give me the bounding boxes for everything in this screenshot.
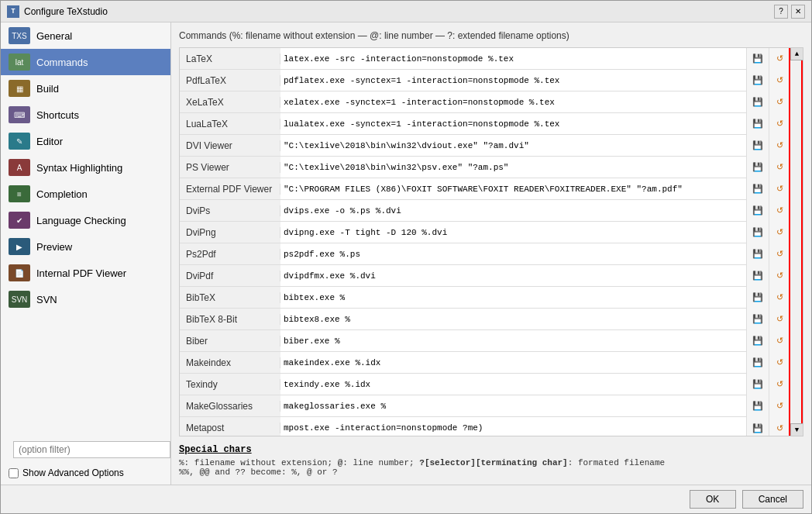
cmd-reset-btn-8[interactable]: ↺	[769, 222, 790, 243]
cmd-input-15[interactable]	[280, 374, 746, 395]
cmd-input-14[interactable]	[280, 352, 746, 373]
cmd-save-btn-6[interactable]: 💾	[747, 178, 769, 200]
cmd-save-btn-10[interactable]: 💾	[747, 265, 769, 287]
cmd-reset-btn-17[interactable]: ↺	[769, 417, 790, 436]
cmd-reset-btn-3[interactable]: ↺	[769, 113, 790, 135]
scroll-down-arrow[interactable]: ▼	[790, 423, 803, 436]
cmd-reset-btn-11[interactable]: ↺	[769, 287, 790, 309]
cmd-reset-btn-6[interactable]: ↺	[769, 178, 790, 200]
cmd-label: BibTeX 8-Bit	[180, 314, 280, 325]
cmd-input-9[interactable]	[280, 243, 746, 264]
show-advanced-option[interactable]: Show Advanced Options	[1, 464, 170, 481]
cmd-reset-btn-9[interactable]: ↺	[769, 243, 790, 265]
cmd-save-btn-13[interactable]: 💾	[747, 330, 769, 352]
cmd-input-6[interactable]	[280, 178, 746, 199]
configure-window: T Configure TeXstudio ? ✕ TXS General la…	[0, 0, 812, 514]
cmd-input-13[interactable]	[280, 330, 746, 351]
cmd-save-btn-5[interactable]: 💾	[747, 157, 769, 178]
cmd-save-btn-9[interactable]: 💾	[747, 243, 769, 265]
sidebar-label-language: Language Checking	[36, 215, 126, 226]
title-bar-right: ? ✕	[774, 5, 805, 19]
sidebar-item-build[interactable]: ▦ Build	[1, 75, 170, 102]
sidebar-label-general: General	[36, 30, 72, 42]
cmd-reset-btn-1[interactable]: ↺	[769, 70, 790, 91]
sidebar-label-svn: SVN	[36, 294, 57, 305]
sidebar: TXS General lat Commands ▦ Build ⌨ Short…	[1, 22, 171, 485]
command-row: Ps2Pdf 💾 ↺	[180, 243, 790, 265]
cmd-save-btn-4[interactable]: 💾	[747, 135, 769, 157]
cmd-save-btn-0[interactable]: 💾	[747, 48, 769, 70]
sidebar-item-preview[interactable]: ▶ Preview	[1, 233, 170, 260]
cmd-reset-btn-4[interactable]: ↺	[769, 135, 790, 157]
preview-icon: ▶	[9, 238, 30, 255]
close-button[interactable]: ✕	[791, 5, 805, 19]
cmd-save-btn-16[interactable]: 💾	[747, 395, 769, 417]
sidebar-item-internal[interactable]: 📄 Internal PDF Viewer	[1, 260, 170, 286]
cmd-save-btn-11[interactable]: 💾	[747, 287, 769, 309]
cmd-reset-btn-12[interactable]: ↺	[769, 309, 790, 330]
cmd-input-11[interactable]	[280, 287, 746, 308]
cmd-reset-btn-7[interactable]: ↺	[769, 200, 790, 222]
cmd-buttons: 💾 ↺	[746, 243, 790, 265]
sidebar-item-svn[interactable]: SVN SVN	[1, 286, 170, 312]
cmd-input-3[interactable]	[280, 113, 746, 134]
cmd-label: PdfLaTeX	[180, 75, 280, 86]
cmd-buttons: 💾 ↺	[746, 91, 790, 113]
cancel-button[interactable]: Cancel	[742, 490, 803, 509]
cmd-reset-btn-13[interactable]: ↺	[769, 330, 790, 352]
sidebar-item-editor[interactable]: ✎ Editor	[1, 128, 170, 154]
cmd-reset-btn-2[interactable]: ↺	[769, 91, 790, 113]
cmd-input-16[interactable]	[280, 395, 746, 416]
cmd-save-btn-2[interactable]: 💾	[747, 91, 769, 113]
cmd-reset-btn-0[interactable]: ↺	[769, 48, 790, 70]
sidebar-item-syntax[interactable]: A Syntax Highlighting	[1, 154, 170, 181]
cmd-save-btn-17[interactable]: 💾	[747, 417, 769, 436]
sidebar-item-completion[interactable]: ≡ Completion	[1, 181, 170, 207]
cmd-input-5[interactable]	[280, 157, 746, 178]
cmd-buttons: 💾 ↺	[746, 395, 790, 417]
ok-button[interactable]: OK	[690, 490, 736, 509]
editor-icon: ✎	[9, 133, 30, 150]
cmd-input-0[interactable]	[280, 48, 746, 69]
cmd-save-btn-3[interactable]: 💾	[747, 113, 769, 135]
sidebar-item-shortcuts[interactable]: ⌨ Shortcuts	[1, 102, 170, 128]
cmd-input-7[interactable]	[280, 200, 746, 221]
cmd-buttons: 💾 ↺	[746, 222, 790, 243]
special-chars-section: Special chars %: filename without extens…	[179, 444, 803, 477]
command-row: XeLaTeX 💾 ↺	[180, 91, 790, 113]
cmd-buttons: 💾 ↺	[746, 287, 790, 309]
advanced-checkbox[interactable]	[9, 468, 19, 478]
sidebar-label-build: Build	[36, 83, 59, 95]
cmd-input-2[interactable]	[280, 91, 746, 112]
cmd-input-12[interactable]	[280, 309, 746, 329]
sidebar-item-language[interactable]: ✔ Language Checking	[1, 207, 170, 233]
option-filter-input[interactable]	[13, 441, 170, 458]
sidebar-item-commands[interactable]: lat Commands	[1, 49, 170, 75]
cmd-save-btn-14[interactable]: 💾	[747, 352, 769, 374]
scroll-up-arrow[interactable]: ▲	[790, 48, 803, 60]
cmd-reset-btn-16[interactable]: ↺	[769, 395, 790, 417]
cmd-save-btn-7[interactable]: 💾	[747, 200, 769, 222]
cmd-input-10[interactable]	[280, 265, 746, 286]
cmd-reset-btn-15[interactable]: ↺	[769, 374, 790, 395]
cmd-save-btn-15[interactable]: 💾	[747, 374, 769, 395]
cmd-input-17[interactable]	[280, 417, 746, 436]
cmd-reset-btn-10[interactable]: ↺	[769, 265, 790, 287]
syntax-icon: A	[9, 159, 30, 176]
cmd-save-btn-12[interactable]: 💾	[747, 309, 769, 330]
cmd-input-1[interactable]	[280, 70, 746, 91]
command-row: Makeindex 💾 ↺	[180, 352, 790, 374]
cmd-reset-btn-14[interactable]: ↺	[769, 352, 790, 374]
cmd-label: External PDF Viewer	[180, 184, 280, 195]
sidebar-item-general[interactable]: TXS General	[1, 22, 170, 49]
command-row: DviPdf 💾 ↺	[180, 265, 790, 287]
commands-scroll[interactable]: LaTeX 💾 ↺ PdfLaTeX 💾 ↺ XeLaTeX 💾 ↺ LuaLa…	[180, 48, 803, 436]
help-button[interactable]: ?	[774, 5, 788, 19]
cmd-save-btn-8[interactable]: 💾	[747, 222, 769, 243]
cmd-input-8[interactable]	[280, 222, 746, 243]
cmd-reset-btn-5[interactable]: ↺	[769, 157, 790, 178]
cmd-save-btn-1[interactable]: 💾	[747, 70, 769, 91]
command-row: DviPng 💾 ↺	[180, 222, 790, 243]
cmd-input-4[interactable]	[280, 135, 746, 156]
commands-icon: lat	[9, 53, 30, 71]
